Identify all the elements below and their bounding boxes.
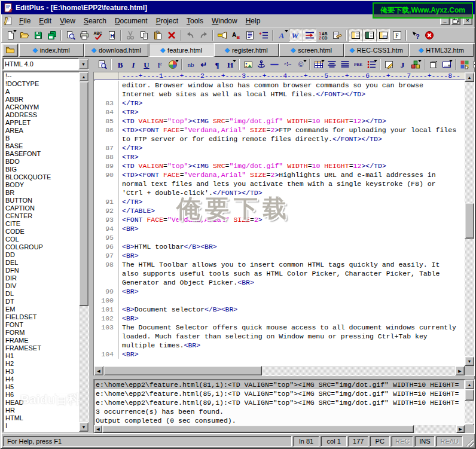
output-line[interactable]: e:\home\epp2\feature.html(85,1):<TD VALI… [94, 389, 464, 398]
editor-horizontal-scrollbar[interactable]: ◀ ▶ [94, 366, 465, 375]
code-line[interactable]: loaded. Much faster than selecting on Wi… [94, 332, 465, 341]
preformatted-button[interactable]: PRE [352, 59, 365, 71]
tag-list-item[interactable]: CITE [4, 220, 78, 228]
tag-list-item[interactable]: DD [4, 251, 78, 259]
output-window-button[interactable] [376, 29, 390, 42]
tag-list-item[interactable]: !DOCTYPE [4, 80, 78, 88]
table-button[interactable] [312, 59, 325, 71]
context-help-button[interactable]: ? [408, 29, 422, 42]
open-folder-button[interactable] [17, 29, 31, 42]
code-line[interactable]: 86<TD><FONT FACE="Verdana,Arial" SIZE=2>… [94, 126, 465, 135]
comment-button[interactable]: <!-- [281, 59, 294, 71]
tag-list-item[interactable]: BASEFONT [4, 150, 78, 158]
tag-list-item[interactable]: HR [4, 407, 78, 414]
tag-list-item[interactable]: DL [4, 290, 78, 298]
scroll-left-icon[interactable]: ◀ [94, 366, 103, 375]
code-line[interactable]: 104<BR> [94, 350, 465, 359]
tag-list-item[interactable]: COLGROUP [4, 243, 78, 251]
tag-list-item[interactable]: BIG [4, 166, 78, 173]
print-preview-button[interactable] [63, 29, 77, 42]
menu-tools[interactable]: Tools [182, 16, 208, 26]
anchor-button[interactable] [255, 59, 268, 71]
delete-button[interactable] [164, 29, 178, 42]
code-line[interactable]: 91</TR> [94, 197, 465, 206]
scroll-up-icon[interactable]: ▲ [79, 72, 89, 81]
scroll-track[interactable] [103, 366, 455, 375]
folder-icon[interactable] [2, 44, 18, 57]
tag-list-item[interactable]: BASE [4, 142, 78, 150]
code-line[interactable]: multiple times.<BR> [94, 341, 465, 350]
code-line[interactable]: 99<BR> [94, 287, 465, 296]
tag-list-item[interactable]: AREA [4, 127, 78, 135]
scroll-thumb[interactable] [103, 366, 262, 375]
tag-list-item[interactable]: CENTER [4, 212, 78, 220]
output-line[interactable]: 3 occurrence(s) has been found. [94, 407, 464, 416]
tag-list-item[interactable]: IFRAME [4, 430, 78, 431]
tag-list-item[interactable]: APPLET [4, 119, 78, 127]
bold-button[interactable]: B [114, 59, 127, 71]
font-tag-button[interactable]: F [153, 59, 166, 71]
code-line[interactable]: 98The HTML Toolbar allows you to insert … [94, 260, 465, 269]
function-list-button[interactable]: + [257, 29, 270, 42]
line-break-button[interactable]: ↵ [197, 59, 210, 71]
menu-window[interactable]: Window [208, 16, 242, 26]
tag-list-item[interactable]: A [4, 88, 78, 96]
tag-list-item[interactable]: DIV [4, 282, 78, 290]
split-window-button[interactable] [471, 59, 476, 71]
scroll-down-icon[interactable]: ▼ [79, 422, 89, 432]
tag-list-item[interactable]: BUTTON [4, 197, 78, 204]
code-line[interactable]: editor. Browser window also has common b… [94, 81, 465, 90]
tag-list-item[interactable]: DFN [4, 267, 78, 274]
tag-list-item[interactable]: EM [4, 306, 78, 313]
scroll-right-icon[interactable]: ▶ [455, 366, 465, 375]
tag-list-item[interactable]: H2 [4, 360, 78, 368]
menu-project[interactable]: Project [152, 16, 182, 26]
tag-list-item[interactable]: COL [4, 236, 78, 243]
tag-list-item[interactable]: BDO [4, 158, 78, 166]
editor-vertical-scrollbar[interactable]: ▲ ▼ [465, 72, 474, 366]
textarea-button[interactable] [383, 59, 396, 71]
menu-edit[interactable]: Edit [35, 16, 56, 26]
tag-list-item[interactable]: ACRONYM [4, 103, 78, 111]
tag-list-item[interactable]: B [4, 135, 78, 142]
tag-list-item[interactable]: H4 [4, 375, 78, 383]
code-line[interactable]: also supports useful tools such as HTML … [94, 269, 465, 278]
color-picker-button[interactable] [215, 29, 229, 42]
code-line[interactable]: 93<FONT FACE="Verdana,Arial" SIZE=2> [94, 215, 465, 224]
italic-button[interactable]: I [127, 59, 140, 71]
menu-view[interactable]: View [56, 16, 80, 26]
scroll-right-icon[interactable]: ▶ [456, 425, 465, 433]
scroll-track[interactable] [79, 81, 89, 422]
tag-list-item[interactable]: H6 [4, 391, 78, 399]
menu-document[interactable]: Document [111, 16, 152, 26]
tag-list-item[interactable]: CAPTION [4, 204, 78, 212]
nbsp-button[interactable]: nb [184, 59, 197, 71]
tag-list-item[interactable]: CODE [4, 228, 78, 236]
list-button[interactable] [365, 59, 378, 71]
tag-list-item[interactable]: H1 [4, 352, 78, 360]
code-line[interactable]: 102<BR> [94, 314, 465, 323]
cliptext-button[interactable] [243, 29, 257, 42]
tag-list-item[interactable]: FRAMESET [4, 344, 78, 352]
code-line[interactable]: 95 [94, 233, 465, 242]
html-template-button[interactable]: H [105, 29, 118, 42]
code-line[interactable]: 97<BR> [94, 251, 465, 260]
script-button[interactable]: J [396, 59, 409, 71]
code-area[interactable]: editor. Browser window also has common b… [94, 81, 465, 366]
paste-button[interactable] [151, 29, 164, 42]
save-button[interactable] [31, 29, 45, 42]
code-line[interactable]: 83</TR> [94, 99, 465, 108]
code-line[interactable]: 96<B>HTML toolbar</B><BR> [94, 242, 465, 251]
scroll-left-icon[interactable]: ◀ [94, 425, 102, 433]
tab-REC-CSS1.htm[interactable]: ◆REC-CSS1.htm [344, 44, 409, 57]
tab-download.html[interactable]: ◆download.html [84, 44, 149, 57]
tag-list-item[interactable]: FONT [4, 321, 78, 329]
tag-list-item[interactable]: BLOCKQUOTE [4, 173, 78, 181]
code-line[interactable]: Generator and Object Picker.<BR> [94, 278, 465, 287]
resize-grip[interactable] [465, 438, 474, 447]
cliptext-combo[interactable]: HTML 4.0 ▼ [2, 58, 89, 70]
code-line[interactable]: 88<TR> [94, 152, 465, 161]
menu-search[interactable]: Search [80, 16, 111, 26]
tag-list-item[interactable]: BR [4, 189, 78, 197]
editor-pane[interactable]: ----+----1----+----2----+----3----+----4… [93, 72, 475, 376]
